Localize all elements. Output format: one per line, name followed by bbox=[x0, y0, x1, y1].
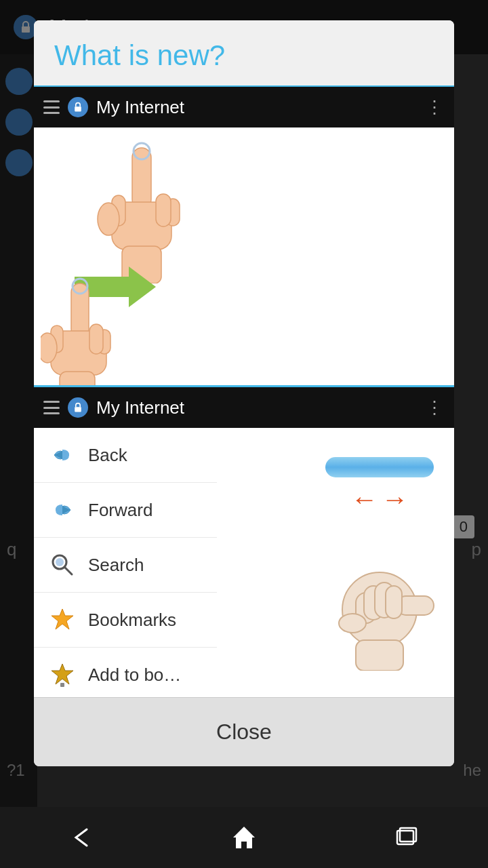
svg-line-21 bbox=[64, 567, 72, 574]
gesture-panel: My Internet ⋮ bbox=[34, 87, 454, 385]
whats-new-dialog: What is new? My Internet bbox=[34, 20, 454, 766]
menu-item-back-label: Back bbox=[88, 445, 127, 466]
search-icon bbox=[47, 550, 77, 580]
panel1-appbar: My Internet ⋮ bbox=[34, 87, 454, 127]
svg-rect-33 bbox=[356, 640, 403, 671]
panel2-appbar-dots: ⋮ bbox=[426, 397, 445, 418]
panel2-appbar: My Internet ⋮ bbox=[34, 387, 454, 428]
nav-home-button[interactable] bbox=[217, 817, 271, 858]
bookmark-star-icon bbox=[47, 605, 77, 635]
panel1-app-icon bbox=[68, 97, 88, 117]
menu-item-search: Search bbox=[34, 538, 217, 593]
svg-rect-25 bbox=[60, 683, 64, 687]
menu-panel: My Internet ⋮ Back bbox=[34, 385, 454, 697]
panel1-appbar-dots: ⋮ bbox=[426, 97, 445, 118]
svg-point-32 bbox=[339, 614, 366, 633]
left-arrow-icon: ← bbox=[351, 484, 378, 515]
menu-item-add-bookmark: Add to bo… bbox=[34, 648, 217, 697]
menu-item-back: Back bbox=[34, 428, 217, 483]
svg-marker-24 bbox=[52, 664, 73, 684]
dialog-title: What is new? bbox=[54, 39, 434, 72]
swipe-hand-icon bbox=[322, 515, 437, 671]
svg-point-22 bbox=[56, 558, 64, 566]
menu-item-bookmark: Bookmarks bbox=[34, 593, 217, 648]
nav-back-button[interactable] bbox=[54, 817, 108, 858]
menu-item-search-label: Search bbox=[88, 555, 144, 576]
panel2-appbar-title: My Internet bbox=[96, 397, 418, 418]
menu-item-bookmark-label: Bookmarks bbox=[88, 610, 176, 631]
hamburger-icon bbox=[43, 100, 60, 114]
svg-rect-19 bbox=[75, 407, 81, 412]
svg-rect-17 bbox=[60, 372, 95, 385]
svg-rect-1 bbox=[75, 106, 81, 111]
svg-point-18 bbox=[41, 333, 57, 363]
forward-arrow-icon bbox=[47, 495, 77, 525]
gesture-area bbox=[34, 127, 454, 385]
panel2-app-icon bbox=[68, 397, 88, 418]
back-arrow-icon bbox=[47, 440, 77, 470]
swipe-bar-indicator bbox=[325, 457, 434, 477]
close-button[interactable]: Close bbox=[189, 714, 299, 750]
svg-point-9 bbox=[98, 203, 119, 235]
nav-recents-button[interactable] bbox=[380, 817, 434, 858]
panel1-appbar-title: My Internet bbox=[96, 97, 418, 118]
dialog-header: What is new? bbox=[34, 20, 454, 87]
menu-item-add-bookmark-label: Add to bo… bbox=[88, 665, 181, 686]
dialog-body: My Internet ⋮ bbox=[34, 87, 454, 697]
panel2-hamburger-icon bbox=[43, 401, 60, 414]
android-nav-bar bbox=[0, 807, 488, 868]
svg-rect-7 bbox=[156, 194, 171, 226]
svg-rect-31 bbox=[386, 586, 402, 618]
menu-item-forward: Forward bbox=[34, 483, 217, 538]
svg-marker-23 bbox=[52, 609, 73, 629]
hand-pointer-bottom bbox=[41, 277, 122, 385]
dialog-overlay: What is new? My Internet bbox=[0, 0, 488, 868]
swipe-arrows: ← → bbox=[351, 484, 409, 515]
swipe-gesture-overlay: ← → bbox=[305, 428, 454, 697]
svg-marker-34 bbox=[233, 827, 255, 848]
add-bookmark-icon bbox=[47, 660, 77, 690]
right-arrow-icon: → bbox=[382, 484, 409, 515]
context-menu-list: Back Forward bbox=[34, 428, 217, 697]
menu-item-forward-label: Forward bbox=[88, 500, 152, 521]
svg-rect-16 bbox=[89, 324, 103, 354]
dialog-footer: Close bbox=[34, 697, 454, 766]
